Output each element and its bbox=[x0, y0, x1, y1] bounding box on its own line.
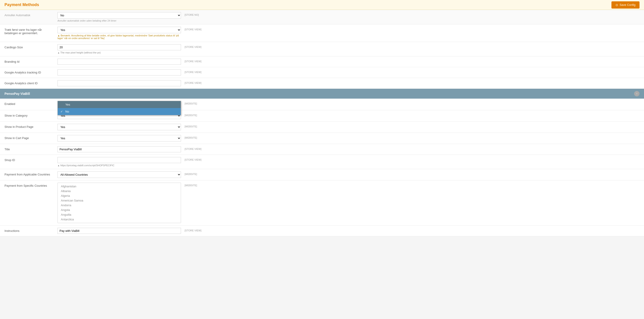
show-category-scope: [WEBSITE] bbox=[184, 113, 207, 117]
shop-id-hint: https://pricetag.viabill.com/script/SHOP… bbox=[58, 164, 181, 167]
instructions-field bbox=[58, 228, 181, 234]
enabled-dropdown-popup: Yes ✓ No bbox=[58, 101, 181, 115]
page-title: Payment Methods bbox=[4, 3, 39, 7]
show-cart-row: Show in Cart Page Yes No [WEBSITE] bbox=[0, 133, 644, 144]
google-analytics-field bbox=[58, 69, 181, 76]
enabled-row: Enabled No Yes Yes ✓ No bbox=[0, 99, 644, 110]
google-analytics-label: Google Analytics tracking ID bbox=[4, 69, 54, 74]
shop-id-row: Shop ID https://pricetag.viabill.com/scr… bbox=[0, 155, 644, 169]
show-product-row: Show in Product Page Yes No [WEBSITE] bbox=[0, 122, 644, 133]
payment-specific-row: Payment from Specific Countries Afghanis… bbox=[0, 180, 644, 225]
payment-applicable-field: All Allowed Countries Specific Countries bbox=[58, 171, 181, 178]
show-cart-field: Yes No bbox=[58, 135, 181, 142]
page-header: Payment Methods Save Config bbox=[0, 0, 644, 10]
google-client-row: Google Analytics client ID [STORE VIEW] bbox=[0, 78, 644, 89]
show-cart-scope: [WEBSITE] bbox=[184, 135, 207, 139]
google-analytics-row: Google Analytics tracking ID [STORE VIEW… bbox=[0, 67, 644, 78]
traek-label: Træk først varer fra lager når betalinge… bbox=[4, 27, 54, 35]
payment-specific-scope: [WEBSITE] bbox=[184, 183, 207, 187]
annuller-select[interactable]: No Yes bbox=[58, 12, 181, 19]
enabled-field: No Yes Yes ✓ No bbox=[58, 101, 181, 108]
pensopay-section: PensoPay ViaBill ↑ Enabled No Yes Yes bbox=[0, 89, 644, 236]
dropdown-option-no[interactable]: ✓ No bbox=[58, 108, 181, 115]
branding-input[interactable] bbox=[58, 59, 181, 65]
annuller-row: Annuller Automatisk No Yes Annuller auto… bbox=[0, 10, 644, 25]
branding-field bbox=[58, 59, 181, 65]
cardlogo-row: Cardlogo Size The max pixel height (with… bbox=[0, 42, 644, 56]
shop-id-label: Shop ID bbox=[4, 157, 54, 162]
instructions-input[interactable] bbox=[58, 228, 181, 234]
option-no-label: No bbox=[65, 110, 69, 113]
payment-specific-field: AfghanistanAlbaniaAlgeriaAmerican SamoaA… bbox=[58, 183, 181, 223]
title-field-label: Title bbox=[4, 146, 54, 151]
countries-list[interactable]: AfghanistanAlbaniaAlgeriaAmerican SamoaA… bbox=[58, 183, 181, 223]
title-row: Title [STORE VIEW] bbox=[0, 144, 644, 155]
pensopay-section-header[interactable]: PensoPay ViaBill ↑ bbox=[0, 89, 644, 99]
annuller-label: Annuller Automatisk bbox=[4, 12, 54, 17]
show-cart-label: Show in Cart Page bbox=[4, 135, 54, 140]
show-product-label: Show in Product Page bbox=[4, 124, 54, 129]
google-client-label: Google Analytics client ID bbox=[4, 80, 54, 85]
show-cart-select[interactable]: Yes No bbox=[58, 135, 181, 142]
enabled-label: Enabled bbox=[4, 101, 54, 106]
annuller-field: No Yes Annuller automatisk ordre uden be… bbox=[58, 12, 181, 22]
instructions-scope: [STORE VIEW] bbox=[184, 228, 207, 232]
shop-id-input[interactable] bbox=[58, 157, 181, 163]
payment-applicable-row: Payment from Applicable Countries All Al… bbox=[0, 169, 644, 180]
instructions-label: Instructions bbox=[4, 228, 54, 232]
google-client-input[interactable] bbox=[58, 80, 181, 86]
title-field bbox=[58, 146, 181, 152]
cardlogo-scope: [STORE VIEW] bbox=[184, 44, 207, 48]
traek-select[interactable]: Yes No bbox=[58, 27, 181, 33]
cardlogo-label: Cardlogo Size bbox=[4, 44, 54, 49]
traek-field: Yes No Bemærk: Annullering af ikke betal… bbox=[58, 27, 181, 40]
google-client-field bbox=[58, 80, 181, 86]
pensopay-section-title: PensoPay ViaBill bbox=[4, 92, 30, 96]
branding-label: Branding Id bbox=[4, 59, 54, 63]
enabled-scope: [WEBSITE] bbox=[184, 101, 207, 105]
payment-applicable-scope: [WEBSITE] bbox=[184, 171, 207, 175]
dropdown-option-yes[interactable]: Yes bbox=[58, 101, 181, 108]
google-client-scope: [STORE VIEW] bbox=[184, 80, 207, 84]
payment-specific-label: Payment from Specific Countries bbox=[4, 183, 54, 187]
option-yes-label: Yes bbox=[65, 103, 70, 106]
branding-row: Branding Id [STORE VIEW] bbox=[0, 56, 644, 67]
instructions-row: Instructions [STORE VIEW] bbox=[0, 225, 644, 236]
show-category-label: Show in Category bbox=[4, 113, 54, 117]
traek-warning: Bemærk: Annullering af ikke betalte ordr… bbox=[58, 34, 181, 40]
show-product-field: Yes No bbox=[58, 124, 181, 130]
scroll-top-button[interactable]: ↑ bbox=[634, 91, 640, 96]
branding-scope: [STORE VIEW] bbox=[184, 59, 207, 63]
content-area: Annuller Automatisk No Yes Annuller auto… bbox=[0, 10, 644, 236]
annuller-scope: [STORE NO] bbox=[184, 12, 207, 16]
checkmark-no: ✓ bbox=[60, 110, 64, 113]
payment-applicable-select[interactable]: All Allowed Countries Specific Countries bbox=[58, 171, 181, 178]
annuller-note: Annuller automatisk ordre uden betaling … bbox=[58, 19, 181, 22]
google-analytics-scope: [STORE VIEW] bbox=[184, 69, 207, 74]
title-input[interactable] bbox=[58, 146, 181, 152]
shop-id-scope: [STORE VIEW] bbox=[184, 157, 207, 161]
cardlogo-input[interactable] bbox=[58, 44, 181, 50]
shop-id-field: https://pricetag.viabill.com/script/SHOP… bbox=[58, 157, 181, 167]
payment-applicable-label: Payment from Applicable Countries bbox=[4, 171, 54, 176]
traek-row: Træk først varer fra lager når betalinge… bbox=[0, 25, 644, 42]
title-scope: [STORE VIEW] bbox=[184, 146, 207, 150]
traek-scope: [STORE VIEW] bbox=[184, 27, 207, 31]
google-analytics-input[interactable] bbox=[58, 69, 181, 76]
save-config-button[interactable]: Save Config bbox=[612, 1, 640, 9]
cardlogo-field: The max pixel height (without the px) bbox=[58, 44, 181, 54]
cardlogo-hint: The max pixel height (without the px) bbox=[58, 51, 181, 54]
show-product-select[interactable]: Yes No bbox=[58, 124, 181, 130]
show-product-scope: [WEBSITE] bbox=[184, 124, 207, 128]
